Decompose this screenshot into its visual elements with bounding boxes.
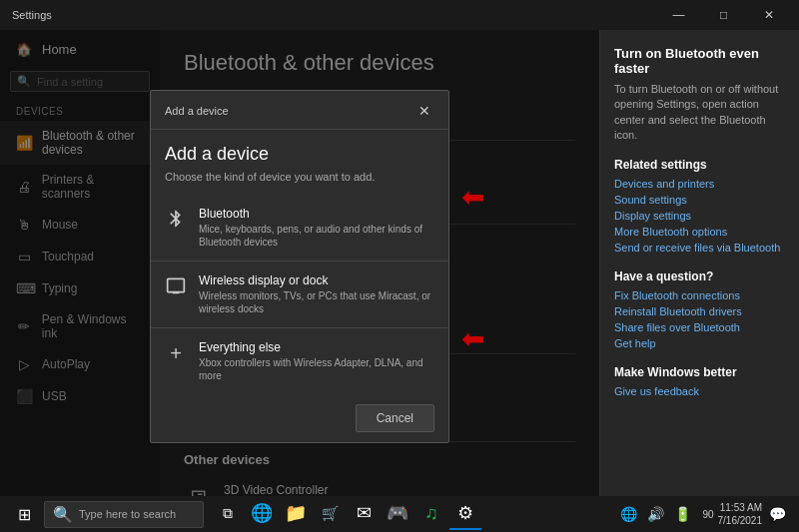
taskbar-search-text: Type here to search xyxy=(79,508,176,520)
modal-option-bluetooth-desc: Mice, keyboards, pens, or audio and othe… xyxy=(199,223,434,249)
link-fix-bluetooth[interactable]: Fix Bluetooth connections xyxy=(614,289,785,301)
right-panel-desc: To turn Bluetooth on or off without open… xyxy=(614,82,785,144)
taskbar-network-icon[interactable]: 🌐 xyxy=(617,506,640,522)
taskbar-app-settings[interactable]: ⚙ xyxy=(449,498,481,530)
link-display-settings[interactable]: Display settings xyxy=(614,210,785,222)
everything-option-icon: + xyxy=(165,342,187,365)
modal-header: Add a device ✕ xyxy=(151,91,448,130)
taskbar-date-display: 7/16/2021 xyxy=(718,514,763,527)
modal-header-text: Add a device xyxy=(165,105,229,117)
related-settings-title: Related settings xyxy=(614,158,785,172)
link-share-files[interactable]: Share files over Bluetooth xyxy=(614,321,785,333)
taskbar-app-edge[interactable]: 🌐 xyxy=(246,498,278,530)
make-windows-better-title: Make Windows better xyxy=(614,365,785,379)
modal-option-wireless[interactable]: Wireless display or dock Wireless monito… xyxy=(151,262,448,327)
start-button[interactable]: ⊞ xyxy=(4,496,44,532)
modal-option-everything-desc: Xbox controllers with Wireless Adapter, … xyxy=(199,356,434,382)
have-question-title: Have a question? xyxy=(614,269,785,283)
red-arrow-bluetooth: ⬅ xyxy=(461,181,484,214)
modal-option-bluetooth-title: Bluetooth xyxy=(199,207,434,221)
maximize-button[interactable]: □ xyxy=(701,0,746,30)
minimize-button[interactable]: — xyxy=(656,0,701,30)
modal-option-bluetooth-texts: Bluetooth Mice, keyboards, pens, or audi… xyxy=(199,207,434,249)
title-bar: Settings — □ ✕ xyxy=(0,0,799,30)
taskbar-app-xbox[interactable]: 🎮 xyxy=(382,498,413,530)
taskbar-volume-icon[interactable]: 🔊 xyxy=(644,506,667,522)
link-devices-printers[interactable]: Devices and printers xyxy=(614,178,785,190)
modal-option-wireless-title: Wireless display or dock xyxy=(199,273,434,287)
link-sound-settings[interactable]: Sound settings xyxy=(614,194,785,206)
modal-option-wireless-desc: Wireless monitors, TVs, or PCs that use … xyxy=(199,289,434,315)
taskbar-app-taskview[interactable]: ⧉ xyxy=(212,498,244,530)
right-panel: Turn on Bluetooth even faster To turn Bl… xyxy=(599,30,799,532)
taskbar-search-icon: 🔍 xyxy=(53,505,73,524)
cancel-button[interactable]: Cancel xyxy=(356,404,434,432)
link-reinstall-drivers[interactable]: Reinstall Bluetooth drivers xyxy=(614,305,785,317)
taskbar-battery-icon[interactable]: 🔋 xyxy=(671,506,694,522)
add-device-modal: Add a device ✕ Add a device Choose the k… xyxy=(150,90,449,443)
right-panel-heading: Turn on Bluetooth even faster xyxy=(614,46,785,76)
modal-title: Add a device xyxy=(151,130,448,171)
taskbar-time-display: 11:53 AM xyxy=(718,501,763,514)
taskbar-apps: ⧉ 🌐 📁 🛒 ✉ 🎮 ♫ ⚙ xyxy=(212,498,481,530)
taskbar-app-store[interactable]: 🛒 xyxy=(314,498,346,530)
modal-footer: Cancel xyxy=(151,394,448,442)
modal-overlay: Add a device ✕ Add a device Choose the k… xyxy=(0,30,599,496)
title-bar-controls: — □ ✕ xyxy=(656,0,791,30)
taskbar-app-mail[interactable]: ✉ xyxy=(348,498,380,530)
taskbar-volume-pct: 90 xyxy=(702,509,713,520)
title-bar-title: Settings xyxy=(12,9,52,21)
taskbar: ⊞ 🔍 Type here to search ⧉ 🌐 📁 🛒 ✉ 🎮 ♫ ⚙ … xyxy=(0,496,799,532)
taskbar-system-icons: 🌐 🔊 🔋 90 11:53 AM 7/16/2021 💬 xyxy=(617,501,795,527)
modal-option-everything-title: Everything else xyxy=(199,340,434,354)
link-send-receive[interactable]: Send or receive files via Bluetooth xyxy=(614,242,785,254)
windows-icon: ⊞ xyxy=(18,505,31,524)
modal-close-button[interactable]: ✕ xyxy=(414,101,434,121)
taskbar-app-explorer[interactable]: 📁 xyxy=(280,498,312,530)
link-more-bluetooth[interactable]: More Bluetooth options xyxy=(614,226,785,238)
taskbar-notification-icon[interactable]: 💬 xyxy=(766,506,789,522)
taskbar-app-spotify[interactable]: ♫ xyxy=(415,498,447,530)
modal-subtitle: Choose the kind of device you want to ad… xyxy=(151,171,448,195)
link-give-feedback[interactable]: Give us feedback xyxy=(614,385,785,397)
taskbar-search-box[interactable]: 🔍 Type here to search xyxy=(44,501,204,528)
wireless-option-icon xyxy=(165,275,187,300)
taskbar-clock[interactable]: 11:53 AM 7/16/2021 xyxy=(718,501,763,527)
modal-option-bluetooth[interactable]: Bluetooth Mice, keyboards, pens, or audi… xyxy=(151,195,448,261)
modal-option-wireless-texts: Wireless display or dock Wireless monito… xyxy=(199,273,434,315)
modal-option-everything-texts: Everything else Xbox controllers with Wi… xyxy=(199,340,434,382)
close-button[interactable]: ✕ xyxy=(746,0,791,30)
red-arrow-everything: ⬅ xyxy=(461,322,484,355)
link-get-help[interactable]: Get help xyxy=(614,337,785,349)
modal-option-everything[interactable]: + Everything else Xbox controllers with … xyxy=(151,328,448,394)
bluetooth-option-icon xyxy=(165,209,187,234)
